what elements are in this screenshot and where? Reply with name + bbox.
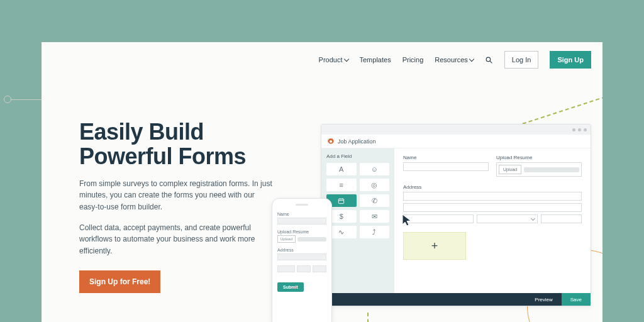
phone-address-city-input[interactable] [277,265,295,272]
phone-label-name: Name [277,212,326,216]
phone-speaker-icon [296,204,308,206]
top-nav: Product Templates Pricing Resources Log … [319,51,591,69]
phone-address-input[interactable] [277,253,326,260]
phone-name-input[interactable] [277,218,326,225]
page-card: Product Templates Pricing Resources Log … [42,42,602,322]
form-canvas: Name Upload Resume Upload Address [394,148,591,293]
window-dot-icon [578,128,581,131]
plus-icon: + [431,240,438,253]
cursor-icon [401,213,413,230]
field-label-address: Address [403,184,582,190]
name-input[interactable] [403,162,489,171]
chevron-down-icon [343,56,348,61]
decor-line [11,99,42,100]
svg-rect-2 [339,199,344,203]
palette-grid: A ☺ ≡ ◎ ✆ $ ✉ ∿ ⤴ [326,163,389,238]
field-type-email-icon[interactable]: ✉ [360,210,390,223]
login-button[interactable]: Log In [504,51,539,69]
window-chrome [321,125,591,135]
signup-button[interactable]: Sign Up [550,51,591,69]
phone-submit-button[interactable]: Submit [277,282,304,292]
decor-dashed-vertical [367,313,369,322]
save-button[interactable]: Save [562,293,591,306]
field-type-text-icon[interactable]: A [326,163,357,175]
nav-resources[interactable]: Resources [435,56,474,64]
nav-resources-label: Resources [435,56,468,64]
address-line2-input[interactable] [403,203,582,212]
nav-pricing[interactable]: Pricing [402,56,424,64]
add-field-dropzone[interactable]: + [403,232,466,260]
field-type-emoji-icon[interactable]: ☺ [360,163,390,175]
phone-upload-button[interactable]: Upload [277,235,296,243]
phone-label-address: Address [277,248,326,252]
search-icon[interactable] [485,56,493,64]
palette-title: Add a Field [326,153,389,159]
phone-label-upload: Upload Resume [277,230,326,234]
upload-button[interactable]: Upload [499,165,521,174]
phone-upload-placeholder [297,237,326,242]
phone-address-state-select[interactable] [297,265,311,272]
form-title: Job Application [338,138,376,145]
address-city-input[interactable] [403,214,474,223]
svg-point-0 [486,57,491,62]
upload-filename-placeholder [524,167,579,172]
hero: Easily Build Powerful Forms From simple … [79,120,274,293]
phone-preview: Name Upload Resume Upload Address Submit [272,198,332,322]
nav-product-label: Product [319,56,343,64]
builder-body: Add a Field A ☺ ≡ ◎ ✆ $ ✉ ∿ ⤴ [321,148,591,293]
builder-window: Job Application Add a Field A ☺ ≡ ◎ ✆ $ … [321,124,591,306]
field-type-paragraph-icon[interactable]: ≡ [326,179,357,191]
preview-button[interactable]: Preview [526,293,561,306]
field-label-name: Name [403,155,489,160]
address-line1-input[interactable] [403,192,582,201]
hero-paragraph-1: From simple surveys to complex registrat… [79,178,274,213]
nav-templates[interactable]: Templates [360,56,391,64]
field-label-upload: Upload Resume [496,155,582,160]
cta-signup-free-button[interactable]: Sign Up for Free! [79,270,160,293]
address-zip-input[interactable] [541,214,582,223]
chevron-down-icon [469,56,474,61]
builder-footer: Preview Save [321,293,591,306]
field-palette: Add a Field A ☺ ≡ ◎ ✆ $ ✉ ∿ ⤴ [321,148,394,293]
hero-paragraph-2: Collect data, accept payments, and creat… [79,222,274,257]
field-type-phone-icon[interactable]: ✆ [360,194,390,207]
nav-product[interactable]: Product [319,56,348,64]
window-dot-icon [572,128,575,131]
field-type-location-icon[interactable]: ◎ [360,179,390,191]
field-type-upload-icon[interactable]: ⤴ [360,226,390,238]
window-dot-icon [584,128,587,131]
phone-address-country-select[interactable] [313,265,326,272]
builder-header: Job Application [321,135,591,148]
svg-line-1 [490,61,492,63]
gear-icon [328,138,334,145]
address-state-select[interactable] [477,214,538,223]
hero-headline: Easily Build Powerful Forms [79,120,274,169]
